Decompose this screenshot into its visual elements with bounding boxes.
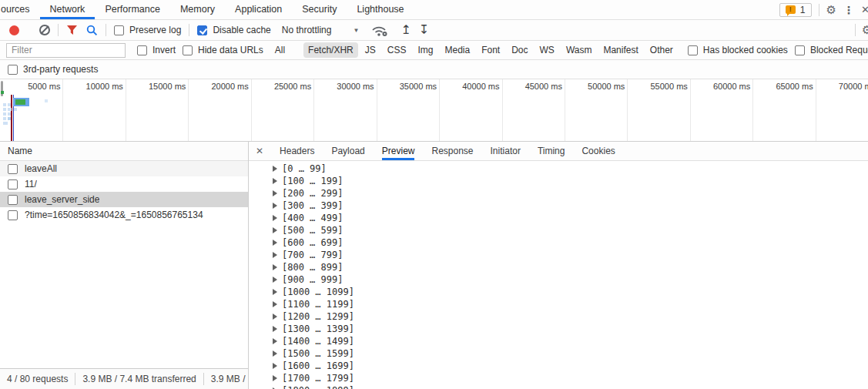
request-checkbox[interactable] xyxy=(8,210,18,220)
expand-triangle-icon[interactable] xyxy=(273,338,277,344)
request-row[interactable]: 11/ xyxy=(0,176,248,192)
network-overview[interactable]: 5000 ms 10000 ms 15000 ms 20000 ms 25000… xyxy=(0,79,868,142)
preview-row[interactable]: [1300 … 1399] xyxy=(249,323,868,335)
request-row[interactable]: leaveAll xyxy=(0,161,248,176)
filter-type-chip[interactable]: Manifest xyxy=(598,42,642,58)
preview-row[interactable]: [400 … 499] xyxy=(249,212,868,224)
expand-triangle-icon[interactable] xyxy=(273,215,277,221)
filter-type-chip[interactable]: Fetch/XHR xyxy=(303,42,358,58)
expand-triangle-icon[interactable] xyxy=(273,277,277,283)
expand-triangle-icon[interactable] xyxy=(273,326,277,332)
disable-cache-control[interactable]: Disable cache xyxy=(197,25,270,35)
has-blocked-cookies-control[interactable]: Has blocked cookies xyxy=(688,45,788,55)
name-column-header[interactable]: Name xyxy=(0,142,248,161)
expand-triangle-icon[interactable] xyxy=(273,240,277,246)
expand-triangle-icon[interactable] xyxy=(273,203,277,209)
third-party-checkbox[interactable] xyxy=(8,65,18,75)
preview-row[interactable]: [200 … 299] xyxy=(249,187,868,200)
clear-icon[interactable] xyxy=(39,25,50,35)
main-tab[interactable]: Security xyxy=(292,0,347,19)
main-tab[interactable]: Application xyxy=(225,0,292,19)
blocked-requests-checkbox[interactable] xyxy=(795,45,805,55)
expand-triangle-icon[interactable] xyxy=(273,190,277,196)
close-devtools-icon[interactable]: ✕ xyxy=(861,4,868,15)
disable-cache-checkbox[interactable] xyxy=(197,25,207,35)
detail-tab[interactable]: Preview xyxy=(382,142,415,160)
preview-row[interactable]: [900 … 999] xyxy=(249,273,868,286)
close-detail-icon[interactable]: ✕ xyxy=(249,142,271,160)
preview-row[interactable]: [800 … 899] xyxy=(249,261,868,273)
detail-tab[interactable]: Timing xyxy=(538,142,565,160)
hide-data-urls-control[interactable]: Hide data URLs xyxy=(183,45,263,55)
tab-sources-partial[interactable]: ources xyxy=(0,0,40,19)
preserve-log-control[interactable]: Preserve log xyxy=(114,25,181,35)
preview-row[interactable]: [300 … 399] xyxy=(249,200,868,212)
filter-type-chip[interactable]: Media xyxy=(440,42,474,58)
expand-triangle-icon[interactable] xyxy=(273,375,277,381)
detail-tab[interactable]: Initiator xyxy=(491,142,521,160)
invert-control[interactable]: Invert xyxy=(137,45,176,55)
throttling-select[interactable]: No throttling xyxy=(282,25,332,35)
main-tab[interactable]: Memory xyxy=(170,0,225,19)
expand-triangle-icon[interactable] xyxy=(273,363,277,369)
detail-tab[interactable]: Response xyxy=(431,142,473,160)
invert-checkbox[interactable] xyxy=(137,45,147,55)
request-row[interactable]: leave_server_side xyxy=(0,192,248,207)
expand-triangle-icon[interactable] xyxy=(273,178,277,184)
search-icon[interactable] xyxy=(86,25,98,36)
import-har-icon[interactable]: ↥ xyxy=(400,24,411,36)
preserve-log-checkbox[interactable] xyxy=(114,25,124,35)
filter-input[interactable] xyxy=(6,43,126,58)
network-settings-gear-icon[interactable]: ⚙ xyxy=(862,23,868,37)
has-blocked-cookies-checkbox[interactable] xyxy=(688,45,698,55)
settings-gear-icon[interactable]: ⚙ xyxy=(826,3,836,17)
record-button[interactable] xyxy=(9,25,19,35)
request-checkbox[interactable] xyxy=(8,195,18,205)
detail-tab[interactable]: Payload xyxy=(331,142,364,160)
preview-row[interactable]: [1000 … 1099] xyxy=(249,286,868,298)
expand-triangle-icon[interactable] xyxy=(273,301,277,307)
detail-tab[interactable]: Cookies xyxy=(581,142,615,160)
preview-row[interactable]: [1500 … 1599] xyxy=(249,347,868,360)
main-tab[interactable]: Lighthouse xyxy=(347,0,414,19)
filter-type-chip[interactable]: Img xyxy=(413,42,437,58)
expand-triangle-icon[interactable] xyxy=(273,289,277,295)
expand-triangle-icon[interactable] xyxy=(273,264,277,270)
filter-type-chip[interactable]: Other xyxy=(645,42,678,58)
preview-row[interactable]: [1800 … 1899] xyxy=(249,384,868,389)
issues-badge[interactable]: ! 1 xyxy=(779,3,812,17)
preview-row[interactable]: [1200 … 1299] xyxy=(249,310,868,323)
expand-triangle-icon[interactable] xyxy=(273,252,277,258)
network-conditions-icon[interactable] xyxy=(371,24,388,37)
filter-type-chip[interactable]: WS xyxy=(535,42,559,58)
kebab-menu-icon[interactable]: ⋮ xyxy=(843,4,854,16)
preview-row[interactable]: [1600 … 1699] xyxy=(249,360,868,372)
preview-row[interactable]: [1100 … 1199] xyxy=(249,298,868,310)
filter-funnel-icon[interactable] xyxy=(66,25,79,35)
hide-data-urls-checkbox[interactable] xyxy=(183,45,193,55)
preview-row[interactable]: [600 … 699] xyxy=(249,236,868,249)
filter-type-chip[interactable]: CSS xyxy=(383,42,411,58)
preview-row[interactable]: [700 … 799] xyxy=(249,249,868,261)
preview-row[interactable]: [1700 … 1799] xyxy=(249,372,868,384)
filter-type-chip[interactable]: Doc xyxy=(507,42,532,58)
chevron-down-icon[interactable]: ▼ xyxy=(353,27,359,34)
request-checkbox[interactable] xyxy=(8,179,18,189)
preview-row[interactable]: [500 … 599] xyxy=(249,224,868,236)
filter-type-chip[interactable]: Font xyxy=(477,42,504,58)
overview-grip[interactable] xyxy=(1,81,3,96)
request-checkbox[interactable] xyxy=(8,164,18,174)
request-row[interactable]: ?time=1650856834042&_=1650856765134 xyxy=(0,207,248,223)
filter-type-chip[interactable]: JS xyxy=(360,42,380,58)
expand-triangle-icon[interactable] xyxy=(273,314,277,320)
blocked-requests-control[interactable]: Blocked Requests xyxy=(795,45,868,55)
main-tab[interactable]: Network xyxy=(40,0,96,19)
filter-type-chip[interactable]: Wasm xyxy=(561,42,597,58)
filter-type-all[interactable]: All xyxy=(270,42,290,58)
expand-triangle-icon[interactable] xyxy=(273,350,277,357)
preview-row[interactable]: [1400 … 1499] xyxy=(249,335,868,347)
main-tab[interactable]: Performance xyxy=(95,0,170,19)
detail-tab[interactable]: Headers xyxy=(280,142,314,160)
preview-row[interactable]: [0 … 99] xyxy=(249,163,868,175)
expand-triangle-icon[interactable] xyxy=(273,227,277,233)
